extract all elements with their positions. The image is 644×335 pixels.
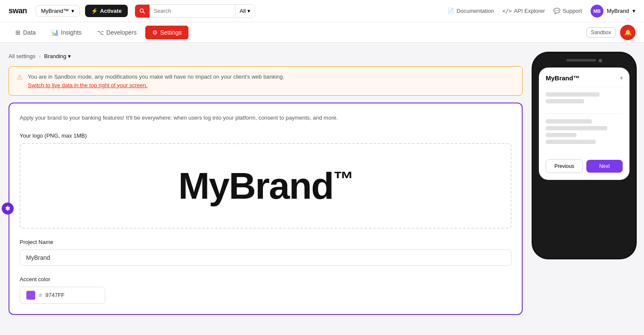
api-explorer-label: API Explorer [514,8,545,14]
search-input[interactable] [150,5,235,17]
developers-tab-label: Developers [106,29,137,36]
avatar: MB [591,5,603,18]
breadcrumb-root[interactable]: All settings [9,53,35,59]
accent-color-value[interactable]: 9747FF [45,292,65,298]
search-bar: All ▾ [135,4,255,18]
documentation-link[interactable]: 📄 Documentation [447,8,494,14]
breadcrumb-current[interactable]: Branding ▾ [44,53,71,59]
search-icon-button[interactable] [135,5,150,18]
phone-camera-dot [599,59,602,62]
settings-tab-label: Settings [160,29,182,36]
tab-data[interactable]: ⊞ Data [9,26,43,39]
logo-trademark: ™ [333,167,353,190]
support-link[interactable]: 💬 Support [553,8,582,14]
logo-section: Your logo (PNG, max 1MB) MyBrand™ [20,132,512,229]
skeleton-line-2 [546,99,584,103]
breadcrumb-chevron: ▾ [68,53,71,59]
skeleton-line-1 [546,92,600,97]
brand-selector-chevron: ▾ [71,8,74,14]
content-area: All settings › Branding ▾ ⚠ You are in S… [9,53,523,325]
alert-line1: You are in Sandbox mode, any modificatio… [28,73,284,80]
accent-hash: # [39,292,42,298]
phone-frame: MyBrand™ ▾ Previous Next [533,53,635,258]
tab-insights[interactable]: 📊 Insights [44,26,88,39]
phone-previous-button[interactable]: Previous [546,159,583,173]
logo-brand-name: MyBrand [178,165,333,207]
activate-button[interactable]: ⚡ Activate [85,5,128,17]
skeleton-line-3 [546,119,592,123]
alert-banner: ⚠ You are in Sandbox mode, any modificat… [9,66,523,96]
phone-action-buttons: Previous Next [546,159,623,173]
top-navigation: swan MyBrand™ ▾ ⚡ Activate All ▾ 📄 Docum… [0,0,644,22]
brand-selector[interactable]: MyBrand™ ▾ [35,5,80,17]
main-content: All settings › Branding ▾ ⚠ You are in S… [0,43,644,335]
alert-icon: ⚠ [17,73,23,81]
developers-tab-icon: ⌥ [97,29,104,36]
filter-chevron: ▾ [247,8,250,14]
phone-brand-row: MyBrand™ ▾ [546,74,623,82]
accent-color-row: # 9747FF [20,287,105,304]
api-explorer-link[interactable]: </> API Explorer [503,8,545,14]
branding-card: ✱ Apply your brand to your banking featu… [9,103,523,315]
phone-skeleton-group-1 [546,87,623,109]
accent-color-section: Accent color # 9747FF [20,276,512,304]
activate-icon: ⚡ [91,8,98,14]
support-icon: 💬 [553,8,560,14]
phone-preview: MyBrand™ ▾ Previous Next [533,53,635,325]
documentation-label: Documentation [456,8,494,14]
api-explorer-icon: </> [503,8,512,14]
project-name-label: Project Name [20,239,512,245]
search-filter-dropdown[interactable]: All ▾ [235,5,255,17]
settings-tab-icon: ⚙ [152,29,158,36]
phone-chevron: ▾ [620,75,623,81]
phone-skeleton-group-2 [546,114,623,149]
subnav-right: Sandbox 🔔 [586,25,635,40]
asterisk-indicator: ✱ [2,203,14,215]
brand-selector-label: MyBrand™ [41,8,69,14]
data-tab-label: Data [23,29,36,36]
activate-label: Activate [100,8,122,14]
project-name-section: Project Name [20,239,512,266]
breadcrumb-current-label: Branding [44,53,66,59]
phone-next-button[interactable]: Next [586,160,623,173]
skeleton-line-4 [546,126,607,130]
project-name-input[interactable] [20,250,512,266]
skeleton-line-6 [546,140,596,144]
card-description: Apply your brand to your banking feature… [20,114,512,122]
logo-upload-area[interactable]: MyBrand™ [20,143,512,229]
nav-right-section: 📄 Documentation </> API Explorer 💬 Suppo… [447,5,635,18]
tab-developers[interactable]: ⌥ Developers [90,26,144,39]
swan-logo: swan [9,6,27,15]
alert-link[interactable]: Switch to live data in the top right of … [28,82,147,88]
logo-brand-preview: MyBrand™ [178,164,353,208]
accent-color-label: Accent color [20,276,512,282]
phone-notch-bar [566,59,596,62]
search-icon [139,8,145,14]
sub-navigation: ⊞ Data 📊 Insights ⌥ Developers ⚙ Setting… [0,22,644,43]
filter-label: All [240,8,246,14]
data-tab-icon: ⊞ [15,29,21,36]
notification-button[interactable]: 🔔 [620,25,635,40]
sandbox-badge[interactable]: Sandbox [586,27,616,38]
svg-line-1 [143,12,144,13]
insights-tab-icon: 📊 [51,29,59,36]
user-menu[interactable]: MB MyBrand ▾ [591,5,635,18]
skeleton-line-5 [546,133,576,137]
phone-screen: MyBrand™ ▾ Previous Next [539,68,629,180]
support-label: Support [562,8,582,14]
documentation-icon: 📄 [447,8,454,14]
logo-section-label: Your logo (PNG, max 1MB) [20,132,512,139]
phone-brand-name: MyBrand™ [546,74,579,82]
user-chevron: ▾ [632,8,635,14]
breadcrumb-separator: › [39,53,41,59]
breadcrumb: All settings › Branding ▾ [9,53,523,59]
accent-color-swatch[interactable] [26,291,35,300]
user-name: MyBrand [607,8,629,14]
tab-settings[interactable]: ⚙ Settings [145,26,189,39]
alert-text: You are in Sandbox mode, any modificatio… [28,73,284,89]
phone-notch [539,59,629,62]
insights-tab-label: Insights [61,29,82,36]
notification-icon: 🔔 [624,29,632,36]
